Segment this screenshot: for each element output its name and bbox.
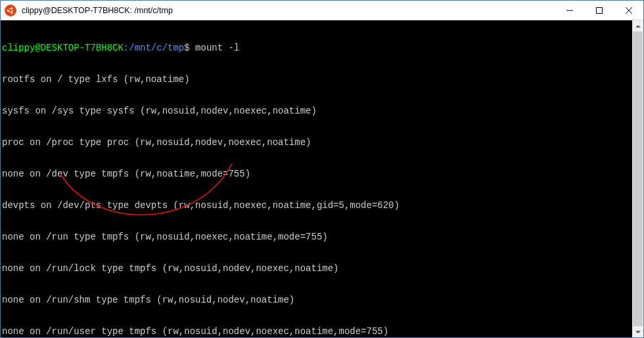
scroll-thumb[interactable] xyxy=(633,32,643,326)
window-title: clippy@DESKTOP-T7BH8CK: /mnt/c/tmp xyxy=(20,6,555,15)
terminal-body[interactable]: clippy@DESKTOP-T7BH8CK:/mnt/c/tmp$ mount… xyxy=(1,20,643,337)
output-line: none on /run/lock type tmpfs (rw,nosuid,… xyxy=(2,263,642,274)
vertical-scrollbar[interactable] xyxy=(632,20,643,337)
prompt-user: clippy@DESKTOP-T7BH8CK xyxy=(2,43,124,53)
svg-rect-5 xyxy=(596,7,602,13)
scroll-up-button[interactable] xyxy=(632,20,643,32)
output-line: none on /run/user type tmpfs (rw,nosuid,… xyxy=(2,326,642,337)
minimize-button[interactable] xyxy=(555,1,584,20)
output-line: none on /dev type tmpfs (rw,noatime,mode… xyxy=(2,169,642,179)
scroll-down-button[interactable] xyxy=(632,326,643,337)
close-button[interactable] xyxy=(614,1,643,20)
prompt-line-1: clippy@DESKTOP-T7BH8CK:/mnt/c/tmp$ mount… xyxy=(2,43,642,53)
maximize-button[interactable] xyxy=(584,1,614,20)
command-text: mount -l xyxy=(195,43,239,53)
scroll-track[interactable] xyxy=(632,32,643,326)
window-controls xyxy=(555,1,643,20)
prompt-path: /mnt/c/tmp xyxy=(129,43,184,53)
output-line: proc on /proc type proc (rw,nosuid,nodev… xyxy=(2,137,642,148)
output-line: rootfs on / type lxfs (rw,noatime) xyxy=(2,74,642,85)
output-line: none on /run/shm type tmpfs (rw,nosuid,n… xyxy=(2,295,642,305)
prompt-sep: : xyxy=(124,43,129,53)
terminal-window: clippy@DESKTOP-T7BH8CK: /mnt/c/tmp clipp… xyxy=(0,0,644,338)
output-line: sysfs on /sys type sysfs (rw,nosuid,node… xyxy=(2,106,642,116)
ubuntu-icon xyxy=(5,5,16,16)
output-line: none on /run type tmpfs (rw,nosuid,noexe… xyxy=(2,232,642,242)
output-line: devpts on /dev/pts type devpts (rw,nosui… xyxy=(2,200,642,211)
titlebar: clippy@DESKTOP-T7BH8CK: /mnt/c/tmp xyxy=(1,1,643,20)
prompt-symbol: $ xyxy=(184,43,189,53)
